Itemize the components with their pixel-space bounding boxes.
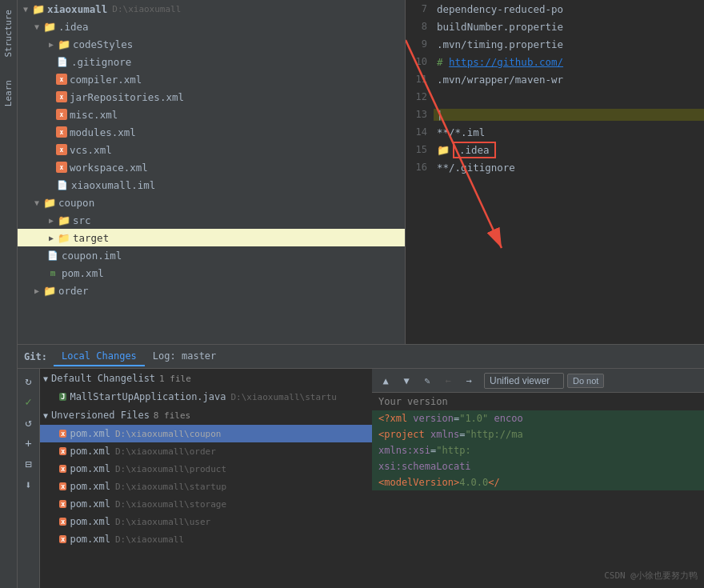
code-line-15: 15 📁 .idea (406, 141, 704, 158)
tree-item-coupon[interactable]: ▼ 📁 coupon (18, 194, 405, 211)
code-line-9: 9 .mvn/timing.propertie (406, 35, 704, 53)
diff-line-3: xmlns:xsi="http: (372, 442, 704, 458)
tree-item-target[interactable]: ▶ 📁 target (18, 229, 405, 246)
default-changelist-header[interactable]: ▼ Default Changelist 1 file (40, 369, 372, 388)
tree-item-compiler-xml[interactable]: x compiler.xml (18, 70, 405, 88)
diff-content: Your version <?xml version="1.0" encoo (372, 393, 704, 588)
diff-prev-button[interactable]: ▲ (377, 372, 394, 390)
change-item-pom-product[interactable]: x pom.xml D:\xiaoxumall\product (40, 460, 372, 478)
your-version-label: Your version (372, 393, 704, 410)
unified-viewer-select[interactable]: Unified viewer (484, 373, 564, 389)
editor-content[interactable]: 7 dependency-reduced-po 8 buildNumber.pr… (406, 0, 704, 344)
download-button[interactable]: ⬇ (20, 476, 38, 494)
line-content-11: .mvn/wrapper/maven-wr (434, 74, 704, 86)
tree-item-jar-xml[interactable]: x jarRepositories.xml (18, 88, 405, 106)
line-num-11: 11 (406, 74, 434, 85)
line-num-13: 13 (406, 109, 434, 120)
bottom-panel: Git: Local Changes Log: master ↻ ✓ ↺ + ⊟… (18, 344, 704, 588)
change-item-pom-order[interactable]: x pom.xml D:\xiaoxumall\order (40, 442, 372, 460)
code-line-7: 7 dependency-reduced-po (406, 0, 704, 18)
tree-label-coupon-iml: coupon.iml (62, 250, 122, 262)
tree-label-coupon: coupon (58, 197, 94, 209)
xml-icon-modules: x (56, 126, 67, 138)
file-tree: ▼ 📁 xiaoxumall D:\xiaoxumall ▼ 📁 .idea ▶… (18, 0, 406, 344)
code-line-10: 10 # https://github.com/ (406, 53, 704, 70)
structure-tab[interactable]: Structure (2, 6, 15, 61)
tree-label-modules: modules.xml (70, 126, 136, 138)
change-item-pom-storage[interactable]: x pom.xml D:\xiaoxumall\storage (40, 495, 372, 513)
tree-item-xiaoxumall-iml[interactable]: 📄 xiaoxumall.iml (18, 176, 405, 194)
change-item-mallstartup[interactable]: J MallStartUpApplication.java D:\xiaoxum… (40, 388, 372, 406)
diff-button[interactable]: ⊟ (20, 455, 38, 473)
tree-item-misc-xml[interactable]: x misc.xml (18, 106, 405, 123)
pom-root-filepath: D:\xiaoxumall (115, 534, 184, 545)
change-item-pom-startup[interactable]: x pom.xml D:\xiaoxumall\startup (40, 478, 372, 495)
change-item-pom-root[interactable]: x pom.xml D:\xiaoxumall (40, 530, 372, 548)
diff-edit-button[interactable]: ✎ (418, 372, 436, 390)
tree-label-gitignore: .gitignore (71, 56, 131, 68)
diff-fwd-button[interactable]: → (460, 372, 478, 390)
java-badge-mallstartup: J (59, 393, 66, 401)
unversioned-count: 8 files (154, 410, 190, 421)
tree-item-gitignore[interactable]: 📄 .gitignore (18, 53, 405, 70)
pom-root-filename: pom.xml (70, 534, 110, 545)
tree-arrow-root: ▼ (21, 4, 30, 14)
pom-icon-coupon: m (46, 266, 59, 279)
folder-icon-order: 📁 (43, 284, 56, 297)
pom-startup-filepath: D:\xiaoxumall\startup (115, 482, 226, 492)
xml-icon-jar: x (56, 91, 67, 102)
line-num-10: 10 (406, 56, 434, 67)
iml-icon: 📄 (56, 178, 69, 191)
unversioned-files-header[interactable]: ▼ Unversioned Files 8 files (40, 406, 372, 425)
tree-item-pom-coupon-tree[interactable]: m pom.xml (18, 264, 405, 282)
tree-label-codestyles: codeStyles (73, 38, 133, 50)
diff-line-content-4: xsi:schemaLocati (378, 461, 471, 472)
folder-icon-coupon: 📁 (43, 196, 56, 209)
diff-line-5: <modelVersion>4.0.0</ (372, 474, 704, 490)
pom-order-filepath: D:\xiaoxumall\order (115, 446, 216, 457)
rollback-button[interactable]: ↺ (20, 414, 38, 431)
pom-coupon-filename: pom.xml (70, 428, 110, 439)
tree-item-workspace-xml[interactable]: x workspace.xml (18, 158, 405, 176)
diff-line-content-2: <project xmlns="http://ma (378, 429, 523, 440)
git-tab-log-master[interactable]: Log: master (145, 347, 224, 366)
tree-item-order[interactable]: ▶ 📁 order (18, 282, 405, 299)
tree-label-src: src (73, 214, 91, 226)
check-button[interactable]: ✓ (20, 393, 38, 410)
change-item-pom-user[interactable]: x pom.xml D:\xiaoxumall\user (40, 513, 372, 530)
tree-label-idea: .idea (58, 21, 89, 33)
line-num-7: 7 (406, 3, 434, 14)
xml-badge-pom-startup: x (59, 482, 66, 490)
line-content-14: **/*.iml (434, 126, 704, 138)
diff-back-button[interactable]: ← (439, 372, 457, 390)
tree-item-modules-xml[interactable]: x modules.xml (18, 123, 405, 141)
diff-next-button[interactable]: ▼ (398, 372, 415, 390)
tree-item-src[interactable]: ▶ 📁 src (18, 211, 405, 229)
git-tab-local-changes[interactable]: Local Changes (54, 347, 145, 366)
git-label: Git: (24, 351, 47, 362)
default-changelist-count: 1 file (159, 374, 191, 384)
tree-item-root[interactable]: ▼ 📁 xiaoxumall D:\xiaoxumall (18, 0, 405, 18)
do-not-button[interactable]: Do not (567, 374, 604, 388)
xml-badge-pom-user: x (59, 518, 66, 526)
folder-inline-icon: 📁 (437, 144, 450, 156)
iml-icon-coupon: 📄 (46, 249, 59, 262)
learn-tab[interactable]: Learn (2, 77, 15, 110)
change-item-pom-coupon[interactable]: x pom.xml D:\xiaoxumall\coupon (40, 425, 372, 442)
line-num-8: 8 (406, 21, 434, 32)
line-content-8: buildNumber.propertie (434, 21, 704, 33)
line-num-9: 9 (406, 38, 434, 50)
tree-path-root: D:\xiaoxumall (112, 4, 181, 14)
tree-item-codestyles[interactable]: ▶ 📁 codeStyles (18, 35, 405, 53)
add-button[interactable]: + (20, 434, 38, 452)
line-num-14: 14 (406, 126, 434, 138)
tree-item-coupon-iml[interactable]: 📄 coupon.iml (18, 246, 405, 264)
pom-coupon-filepath: D:\xiaoxumall\coupon (115, 429, 221, 439)
idea-text-boxed: .idea (453, 142, 496, 158)
diff-line-content-1: <?xml version="1.0" encoo (378, 413, 523, 424)
refresh-button[interactable]: ↻ (20, 372, 38, 390)
tree-item-idea[interactable]: ▼ 📁 .idea (18, 18, 405, 35)
line-num-15: 15 (406, 144, 434, 155)
tree-item-vcs-xml[interactable]: x vcs.xml (18, 141, 405, 158)
xml-icon-vcs: x (56, 144, 67, 155)
